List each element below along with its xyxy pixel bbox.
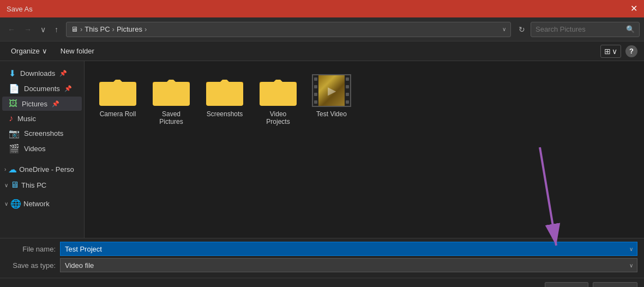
- sidebar-item-documents[interactable]: 📄 Documents 📌: [2, 81, 82, 96]
- sidebar-label-documents: Documents: [24, 85, 60, 93]
- refresh-button[interactable]: ↻: [515, 23, 528, 36]
- search-input[interactable]: [535, 25, 624, 33]
- file-item-test-video[interactable]: ▶ Test Video: [307, 70, 356, 130]
- recent-button[interactable]: ∨: [37, 23, 49, 36]
- address-separator2: ›: [112, 25, 115, 33]
- address-dropdown-icon[interactable]: ∨: [502, 26, 506, 32]
- sidebar-label-downloads: Downloads: [20, 69, 55, 77]
- help-button[interactable]: ?: [625, 45, 637, 57]
- organize-label: Organize: [11, 47, 40, 55]
- action-buttons: Export Cancel: [545, 282, 637, 287]
- sidebar-label-thispc: This PC: [21, 181, 46, 189]
- film-strip-right: [345, 75, 350, 106]
- address-part-pictures: Pictures: [117, 25, 142, 33]
- close-button[interactable]: ✕: [630, 4, 637, 13]
- address-bar[interactable]: 🖥 › This PC › Pictures › ∨: [66, 22, 511, 37]
- sidebar-label-onedrive: OneDrive - Perso: [19, 165, 74, 174]
- sidebar-label-pictures: Pictures: [22, 100, 47, 108]
- file-area: Camera Roll Saved Pictures: [85, 61, 644, 238]
- sidebar-label-network: Network: [23, 200, 50, 208]
- downloads-icon: ⬇: [9, 68, 16, 79]
- pin-icon-documents: 📌: [64, 85, 72, 92]
- video-thumbnail: ▶: [312, 74, 351, 107]
- saveastype-select-wrapper: Video file ∨: [60, 258, 637, 272]
- music-icon: ♪: [9, 113, 13, 123]
- action-bar: ∧ Hide Folders Export Cancel: [0, 278, 644, 287]
- videos-icon: 🎬: [9, 144, 20, 154]
- screenshots-icon: 📷: [9, 128, 20, 139]
- folder-icon-screenshots: [205, 74, 244, 107]
- address-part-thispc: This PC: [85, 25, 110, 33]
- expand-icon-thispc: ∨: [4, 182, 8, 188]
- pin-icon-downloads: 📌: [59, 70, 67, 77]
- file-item-video-projects[interactable]: Video Projects: [254, 70, 303, 130]
- folder-icon-video-projects: [258, 74, 298, 107]
- sidebar-section-thispc[interactable]: ∨ 🖥 This PC: [0, 178, 84, 192]
- sidebar-item-videos[interactable]: 🎬 Videos: [2, 141, 82, 156]
- file-label-saved-pictures: Saved Pictures: [151, 110, 191, 125]
- network-icon: 🌐: [10, 199, 21, 209]
- expand-icon-onedrive: ›: [4, 166, 6, 172]
- back-button[interactable]: ←: [4, 23, 19, 36]
- pin-icon-pictures: 📌: [52, 100, 59, 107]
- search-box[interactable]: 🔍: [531, 22, 640, 37]
- sidebar-section-network[interactable]: ∨ 🌐 Network: [0, 196, 84, 211]
- title-bar-title: Save As: [7, 5, 33, 13]
- filename-row: File name: ∨: [7, 242, 637, 256]
- cancel-button[interactable]: Cancel: [593, 282, 637, 287]
- toolbar: ← → ∨ ↑ 🖥 › This PC › Pictures › ∨ ↻ 🔍: [0, 17, 644, 41]
- sidebar-label-music: Music: [17, 115, 36, 123]
- folder-icon-saved-pictures: [152, 74, 191, 107]
- view-icon: ⊞: [604, 47, 611, 56]
- search-icon: 🔍: [626, 25, 635, 33]
- toolbar2: Organize ∨ New folder ⊞ ∨ ?: [0, 41, 644, 61]
- saveastype-value: Video file: [65, 261, 94, 270]
- sidebar-item-pictures[interactable]: 🖼 Pictures 📌: [2, 97, 82, 111]
- file-label-video-projects: Video Projects: [258, 110, 298, 125]
- video-content: ▶: [318, 75, 345, 106]
- film-strip-left: [313, 75, 318, 106]
- view-chevron-icon: ∨: [612, 47, 617, 56]
- onedrive-icon: ☁: [8, 164, 17, 175]
- saveastype-row: Save as type: Video file ∨: [7, 258, 637, 272]
- export-button[interactable]: Export: [545, 282, 588, 287]
- new-folder-button[interactable]: New folder: [56, 45, 99, 57]
- sidebar-label-screenshots: Screenshots: [24, 129, 63, 137]
- file-label-camera-roll: Camera Roll: [100, 110, 136, 118]
- bottom-bar: File name: ∨ Save as type: Video file ∨: [0, 238, 644, 278]
- main-content: ⬇ Downloads 📌 📄 Documents 📌 🖼 Pictures 📌…: [0, 61, 644, 238]
- address-bar-icon: 🖥: [71, 25, 78, 33]
- sidebar-item-downloads[interactable]: ⬇ Downloads 📌: [2, 66, 82, 81]
- filename-input-wrapper: ∨: [60, 242, 637, 256]
- filename-input[interactable]: [60, 242, 637, 256]
- title-bar: Save As ✕: [0, 0, 644, 17]
- sidebar-section-onedrive[interactable]: › ☁ OneDrive - Perso: [0, 162, 84, 177]
- filename-label: File name:: [7, 245, 56, 253]
- up-button[interactable]: ↑: [51, 23, 62, 36]
- organize-button[interactable]: Organize ∨: [7, 45, 52, 57]
- file-label-test-video: Test Video: [316, 110, 347, 118]
- file-item-camera-roll[interactable]: Camera Roll: [93, 70, 142, 130]
- forward-button[interactable]: →: [21, 23, 35, 36]
- saveastype-select[interactable]: Video file: [60, 258, 637, 272]
- pictures-icon: 🖼: [9, 99, 17, 109]
- sidebar-label-videos: Videos: [24, 145, 46, 153]
- file-item-saved-pictures[interactable]: Saved Pictures: [147, 70, 196, 130]
- address-separator: ›: [80, 25, 82, 33]
- organize-chevron-icon: ∨: [42, 47, 47, 55]
- file-label-screenshots: Screenshots: [207, 110, 243, 118]
- sidebar-item-screenshots[interactable]: 📷 Screenshots: [2, 126, 82, 141]
- folder-icon-camera-roll: [98, 74, 137, 107]
- file-item-screenshots-folder[interactable]: Screenshots: [200, 70, 249, 130]
- thispc-icon: 🖥: [10, 180, 19, 190]
- expand-icon-network: ∨: [4, 201, 8, 207]
- address-separator3: ›: [145, 25, 147, 33]
- saveastype-label: Save as type:: [7, 261, 56, 270]
- sidebar-item-music[interactable]: ♪ Music: [2, 111, 82, 125]
- view-button[interactable]: ⊞ ∨: [600, 45, 621, 58]
- documents-icon: 📄: [9, 83, 20, 94]
- sidebar: ⬇ Downloads 📌 📄 Documents 📌 🖼 Pictures 📌…: [0, 61, 85, 238]
